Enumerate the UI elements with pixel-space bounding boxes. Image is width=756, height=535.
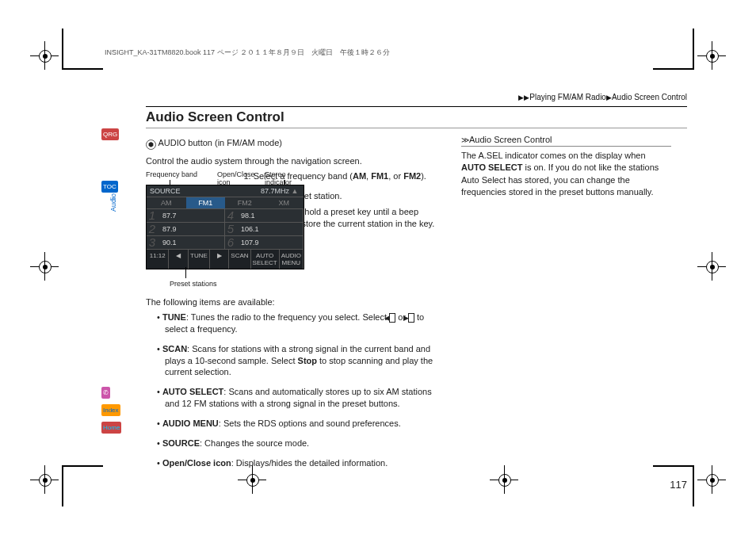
right-key-icon: ▶ [408, 313, 414, 323]
clock: 11:12 [147, 250, 169, 269]
action-line: ⬢ AUDIO button (in FM/AM mode) [146, 138, 447, 150]
preset-2: 87.9 [158, 223, 225, 236]
chevron-icon: ▶ [606, 94, 612, 101]
page-title: Audio Screen Control [146, 106, 687, 128]
callout-stereo: Stereo indicator [265, 170, 292, 186]
auto-select-label: AUTO SELECT [251, 250, 280, 269]
radio-screen: SOURCE 87.7MHz ▲ AM FM1 FM2 XM 1 [146, 185, 304, 269]
band-xm: XM [265, 197, 304, 208]
reg-mark [697, 252, 726, 281]
reg-mark [30, 252, 59, 281]
left-key-icon: ◀ [389, 313, 395, 323]
preset-5: 106.1 [236, 223, 304, 236]
button-icon: ⬢ [146, 139, 156, 150]
tune-label: TUNE [189, 250, 210, 269]
reg-mark [697, 41, 726, 70]
callout-open-close: Open/Close icon [217, 170, 255, 186]
figure: Frequency band Stereo indicator Open/Clo… [146, 170, 236, 289]
item-open-close: Open/Close icon: Displays/hides the deta… [157, 457, 447, 469]
available-intro: The following items are available: [146, 297, 447, 307]
source-label: SOURCE [150, 187, 261, 195]
preset-4: 98.1 [236, 209, 304, 223]
close-icon: ▲ [289, 187, 300, 195]
item-tune: TUNE: Tunes the radio to the frequency y… [157, 311, 447, 335]
band-am: AM [147, 197, 186, 208]
page-number: 117 [670, 479, 687, 491]
item-scan: SCAN: Scans for stations with a strong s… [157, 343, 447, 379]
running-head: INSIGHT_KA-31TM8820.book 117 ページ ２０１１年８月… [105, 48, 687, 58]
audio-menu-label: AUDIO MENU [280, 250, 304, 269]
reg-mark [30, 465, 59, 494]
crop-mark [62, 29, 103, 70]
intro-text: Control the audio system through the nav… [146, 156, 447, 166]
sidebar-note: ≫Audio Screen Control The A.SEL indicato… [461, 135, 671, 289]
tuner-freq: 87.7MHz [261, 187, 289, 195]
crop-mark [62, 465, 103, 506]
callout-freq-band: Frequency band [146, 170, 197, 178]
reg-mark [30, 41, 59, 70]
page: INSIGHT_KA-31TM8820.book 117 ページ ２０１１年８月… [105, 48, 687, 476]
item-source: SOURCE: Changes the source mode. [157, 438, 447, 449]
scan-label: SCAN [229, 250, 250, 269]
item-audio-menu: AUDIO MENU: Sets the RDS options and sou… [157, 418, 447, 430]
note-icon: ≫ [461, 136, 468, 144]
tune-right-icon: ▶ [210, 250, 230, 269]
available-list: TUNE: Tunes the radio to the frequency y… [157, 311, 447, 468]
tune-left-icon: ◀ [169, 250, 189, 269]
preset-1: 87.7 [158, 209, 225, 223]
preset-3: 90.1 [158, 236, 225, 250]
band-fm1: FM1 [186, 197, 226, 208]
reg-mark [697, 465, 726, 494]
band-fm2: FM2 [225, 197, 265, 208]
preset-6: 107.9 [236, 236, 304, 250]
item-auto-select: AUTO SELECT: Scans and automatically sto… [157, 386, 447, 410]
callout-presets: Preset stations [170, 280, 217, 288]
chevron-icon: ▶▶ [518, 94, 529, 101]
breadcrumb: ▶▶Playing FM/AM Radio▶Audio Screen Contr… [105, 93, 687, 101]
